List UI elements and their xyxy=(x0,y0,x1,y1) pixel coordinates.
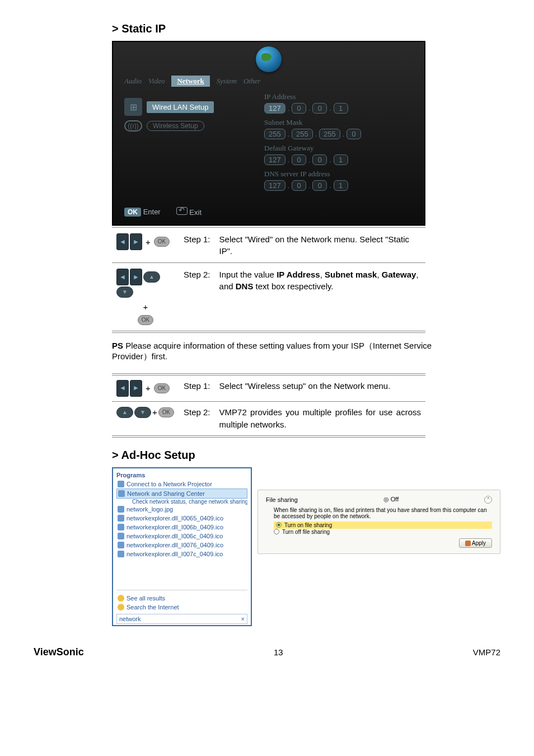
enter-label: Enter xyxy=(143,208,161,216)
gw-o4[interactable]: 1 xyxy=(334,154,348,165)
gw-o2[interactable]: 0 xyxy=(292,154,306,165)
nav-down-icon: ▼ xyxy=(134,407,151,418)
start-item-network-sharing-center[interactable]: Network and Sharing Center xyxy=(116,489,247,499)
wireless-step2-label: Step 2: xyxy=(179,402,215,436)
dns-o3[interactable]: 0 xyxy=(312,180,327,191)
gw-o1[interactable]: 127 xyxy=(264,154,285,165)
plus-icon: + xyxy=(143,382,153,395)
ip-address-row[interactable]: 127. 0. 0. 1 xyxy=(264,103,413,114)
radio-icon xyxy=(274,529,279,534)
tab-video: Video xyxy=(148,77,165,86)
start-item[interactable]: Connect to a Network Projector xyxy=(116,480,247,489)
radio-turn-on[interactable]: Turn on file sharing xyxy=(274,522,492,529)
mask-o1[interactable]: 255 xyxy=(264,129,285,139)
gateway-label: Default Gateway xyxy=(264,144,413,153)
collapse-icon[interactable]: ˄ xyxy=(484,496,492,504)
back-icon xyxy=(176,207,188,215)
apply-button[interactable]: Apply xyxy=(459,538,492,548)
dns-o2[interactable]: 0 xyxy=(292,180,306,191)
nav-up-icon: ▲ xyxy=(143,271,160,283)
network-setup-screen: Audio Video Network System Other ⊞ Wired… xyxy=(112,41,425,226)
wireless-steps-table: ◄ ► + OK Step 1: Select "Wireless setup"… xyxy=(112,373,425,438)
start-item[interactable]: network_logo.jpg xyxy=(116,505,247,514)
globe-icon xyxy=(256,46,282,72)
wireless-label: Wireless Setup xyxy=(147,121,204,131)
windows-start-search: Programs Connect to a Network Projector … xyxy=(112,467,252,626)
ps-note: PS Please acquire information of these s… xyxy=(112,341,448,362)
status-dot-icon: ◎ xyxy=(383,496,389,503)
ip-o2[interactable]: 0 xyxy=(292,103,306,114)
wireless-row[interactable]: ((ı)) Wireless Setup xyxy=(124,120,247,132)
start-item[interactable]: networkexplorer.dll_I007c_0409.ico xyxy=(116,550,247,558)
ok-pill: OK xyxy=(124,208,141,217)
start-item[interactable]: networkexplorer.dll_I006b_0409.ico xyxy=(116,523,247,532)
tab-other: Other xyxy=(243,77,260,86)
ok-button-icon: OK xyxy=(154,237,170,247)
dpad-right-icon: ► xyxy=(130,269,142,285)
ok-button-icon: OK xyxy=(154,383,170,394)
dpad-right-icon: ► xyxy=(130,233,142,250)
search-box[interactable]: network × xyxy=(116,614,247,624)
mask-o4[interactable]: 0 xyxy=(346,129,361,139)
section-title-static-ip: > Static IP xyxy=(112,22,500,35)
step2-label: Step 2: xyxy=(179,263,215,332)
search-input-text: network xyxy=(119,616,141,622)
file-sharing-desc: When file sharing is on, files and print… xyxy=(274,507,492,519)
wired-lan-row[interactable]: ⊞ Wired LAN Setup xyxy=(124,98,247,116)
wired-lan-label: Wired LAN Setup xyxy=(147,101,214,113)
gw-o3[interactable]: 0 xyxy=(312,154,327,165)
tab-network[interactable]: Network xyxy=(171,76,209,87)
wireless-step1-label: Step 1: xyxy=(179,374,215,402)
wireless-step1-text: Select "Wireless setup" on the Network m… xyxy=(215,374,425,402)
clear-icon[interactable]: × xyxy=(241,616,245,622)
start-item[interactable]: networkexplorer.dll_I0065_0409.ico xyxy=(116,514,247,523)
mask-o3[interactable]: 255 xyxy=(319,129,340,139)
ip-label: IP Address xyxy=(264,92,413,101)
programs-header: Programs xyxy=(116,472,247,478)
step1-text: Select "Wired" on the Network menu. Sele… xyxy=(215,227,425,263)
radio-turn-off[interactable]: Turn off file sharing xyxy=(274,529,492,535)
lan-icon: ⊞ xyxy=(124,98,142,116)
wireless-step1-icons: ◄ ► + OK xyxy=(116,380,175,397)
see-all-results[interactable]: See all results xyxy=(116,594,247,603)
ok-button-icon: OK xyxy=(158,407,174,418)
step1-label: Step 1: xyxy=(179,227,215,263)
tab-row: Audio Video Network System Other xyxy=(124,76,413,87)
tab-audio: Audio xyxy=(124,77,142,86)
shield-icon xyxy=(465,541,471,546)
dns-row[interactable]: 127. 0. 0. 1 xyxy=(264,180,413,191)
ip-o3[interactable]: 0 xyxy=(312,103,327,114)
mask-label: Subnet Mask xyxy=(264,118,413,127)
section-title-adhoc: > Ad-Hoc Setup xyxy=(112,449,500,462)
gateway-row[interactable]: 127. 0. 0. 1 xyxy=(264,154,413,165)
dpad-right-icon: ► xyxy=(130,380,142,397)
plus-icon: + xyxy=(141,301,151,313)
ip-o1[interactable]: 127 xyxy=(264,103,285,114)
start-item[interactable]: networkexplorer.dll_I006c_0409.ico xyxy=(116,532,247,541)
tab-system: System xyxy=(217,77,237,86)
wireless-step2-text: VMP72 provides you multiple profiles for… xyxy=(215,402,425,436)
start-item[interactable]: networkexplorer.dll_I0076_0409.ico xyxy=(116,541,247,550)
plus-icon: + xyxy=(143,236,153,248)
dns-o1[interactable]: 127 xyxy=(264,180,285,191)
step2-text: Input the value IP Address, Subnet mask,… xyxy=(215,263,425,332)
step2-icons: ◄ ► ▲ ▼ xyxy=(116,269,175,298)
step1-icons: ◄ ► + OK xyxy=(116,233,175,250)
model-label: VMP72 xyxy=(473,647,500,657)
ip-o4[interactable]: 1 xyxy=(334,103,348,114)
dns-label: DNS server IP address xyxy=(264,170,413,179)
radio-icon xyxy=(276,522,282,528)
search-internet[interactable]: Search the Internet xyxy=(116,603,247,612)
file-sharing-status: Off xyxy=(391,496,399,503)
static-ip-steps-table: ◄ ► + OK Step 1: Select "Wired" on the N… xyxy=(112,226,425,333)
dns-o4[interactable]: 1 xyxy=(334,180,348,191)
ok-button-icon: OK xyxy=(138,315,153,325)
page-footer: ViewSonic 13 VMP72 xyxy=(34,646,500,658)
subnet-mask-row[interactable]: 255. 255. 255. 0 xyxy=(264,129,413,139)
file-sharing-panel: File sharing ◎ Off ˄ When file sharing i… xyxy=(257,490,500,554)
mask-o2[interactable]: 255 xyxy=(292,129,313,139)
nav-up-icon: ▲ xyxy=(116,407,133,418)
nav-down-icon: ▼ xyxy=(116,287,133,298)
wifi-icon: ((ı)) xyxy=(124,120,142,132)
file-sharing-title: File sharing xyxy=(266,496,298,503)
